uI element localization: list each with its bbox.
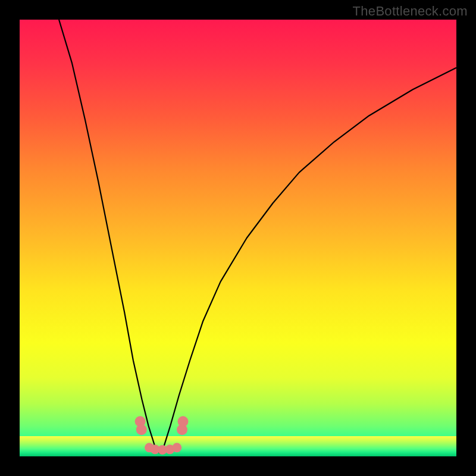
- bottom-green-band: [20, 436, 456, 456]
- valley-marker: [172, 443, 181, 452]
- chart-svg: [20, 20, 456, 456]
- valley-marker: [136, 424, 147, 435]
- valley-marker: [178, 416, 189, 427]
- gradient-background: [20, 20, 456, 456]
- watermark-text: TheBottleneck.com: [353, 4, 468, 19]
- chart-frame: TheBottleneck.com: [0, 0, 476, 476]
- plot-area: [20, 20, 456, 456]
